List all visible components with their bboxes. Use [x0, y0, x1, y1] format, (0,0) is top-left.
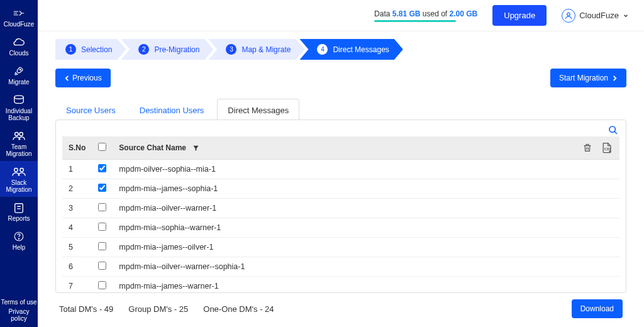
cell-checkbox [92, 257, 113, 277]
col-select-all [92, 136, 113, 160]
previous-label: Previous [72, 74, 102, 82]
row-checkbox[interactable] [98, 281, 106, 289]
row-checkbox[interactable] [98, 242, 106, 250]
cell-chat-name: mpdm-mia--james--warner-1 [113, 277, 619, 293]
user-icon [562, 9, 575, 23]
svg-point-9 [567, 13, 570, 16]
data-mid: used of [423, 9, 447, 18]
svg-point-1 [14, 96, 23, 99]
data-used: 5.81 GB [392, 9, 421, 18]
col-actions: CSV [575, 136, 619, 160]
download-button[interactable]: Download [572, 299, 623, 318]
svg-point-2 [15, 133, 18, 136]
col-chat-name: Source Chat Name [113, 136, 575, 160]
svg-rect-6 [15, 204, 23, 213]
stepper: 1 Selection 2 Pre-Migration 3 Map & Migr… [55, 39, 626, 60]
trash-icon[interactable] [582, 143, 592, 153]
sidebar-item-label: Help [1, 244, 36, 251]
step-number: 1 [65, 44, 76, 55]
table-row: 2mpdm-mia--james--sophia-1 [62, 179, 619, 199]
row-checkbox[interactable] [98, 223, 106, 231]
previous-button[interactable]: Previous [55, 69, 111, 87]
sidebar-item-label: Migrate [1, 79, 36, 86]
step-direct-messages[interactable]: 4 Direct Messages [299, 39, 402, 60]
row-checkbox[interactable] [98, 184, 106, 192]
cell-chat-name: mpdm-mia--oilver--warner-1 [113, 199, 619, 218]
cell-sno: 6 [62, 257, 92, 277]
cell-chat-name: mpdm-oilver--sophia--mia-1 [113, 160, 619, 179]
select-all-checkbox[interactable] [98, 143, 106, 151]
sidebar-item-individual-backup[interactable]: Individual Backup [0, 89, 38, 125]
svg-point-10 [609, 126, 615, 132]
chevron-right-icon [612, 75, 618, 82]
svg-point-5 [20, 169, 24, 172]
account-name: CloudFuze [579, 11, 619, 20]
sidebar-item-help[interactable]: Help [0, 226, 38, 255]
table-row: 4mpdm-mia--sophia--warner-1 [62, 218, 619, 238]
sidebar-item-label: Individual Backup [1, 108, 36, 121]
step-pre-migration[interactable]: 2 Pre-Migration [121, 39, 213, 60]
rocket-icon [12, 65, 26, 77]
cell-sno: 7 [62, 277, 92, 293]
sidebar-item-migrate[interactable]: Migrate [0, 60, 38, 89]
search-icon[interactable] [608, 125, 618, 135]
cloud-icon [12, 36, 26, 48]
start-migration-button[interactable]: Start Migration [550, 69, 626, 87]
chevron-down-icon [623, 13, 629, 19]
upgrade-button[interactable]: Upgrade [492, 5, 547, 26]
privacy-link[interactable]: Privacy policy [0, 307, 38, 323]
summary-total: Total DM's - 49 [59, 304, 113, 314]
tabs: Source Users Destination Users Direct Me… [55, 99, 626, 120]
table-row: 7mpdm-mia--james--warner-1 [62, 277, 619, 293]
team-icon [12, 130, 26, 141]
content: 1 Selection 2 Pre-Migration 3 Map & Migr… [38, 31, 644, 327]
cell-chat-name: mpdm-mia--james--sophia-1 [113, 179, 619, 199]
step-number: 3 [226, 44, 236, 55]
terms-link[interactable]: Terms of use [0, 297, 38, 307]
data-total: 2.00 GB [450, 9, 478, 18]
logo-icon [12, 8, 26, 19]
tab-direct-messages[interactable]: Direct Messages [217, 99, 299, 120]
sidebar-item-reports[interactable]: Reports [0, 197, 38, 226]
tab-destination-users[interactable]: Destination Users [129, 99, 215, 120]
sidebar-item-clouds[interactable]: Clouds [0, 31, 38, 60]
cell-chat-name: mpdm-mia--oilver--warner--sophia-1 [113, 257, 619, 277]
tab-source-users[interactable]: Source Users [55, 99, 126, 120]
cell-sno: 2 [62, 179, 92, 199]
account-menu[interactable]: CloudFuze [562, 9, 629, 23]
sidebar-item-slack-migration[interactable]: Slack Migration [0, 161, 38, 197]
summary-row: Total DM's - 49 Group DM's - 25 One-One … [55, 293, 626, 321]
cell-chat-name: mpdm-mia--james--oilver-1 [113, 238, 619, 257]
cell-chat-name: mpdm-mia--sophia--warner-1 [113, 218, 619, 238]
row-checkbox[interactable] [98, 262, 106, 270]
filter-icon[interactable] [192, 145, 199, 152]
sidebar-item-cloudfuze[interactable]: CloudFuze [0, 3, 38, 31]
data-label: Data [374, 9, 390, 18]
cell-checkbox [92, 238, 113, 257]
cell-checkbox [92, 160, 113, 179]
cell-checkbox [92, 199, 113, 218]
table-row: 3mpdm-mia--oilver--warner-1 [62, 199, 619, 218]
svg-point-4 [14, 169, 18, 172]
chevron-left-icon [64, 75, 70, 82]
svg-point-0 [19, 69, 21, 70]
cell-checkbox [92, 277, 113, 293]
col-sno: S.No [62, 136, 92, 160]
action-row: Previous Start Migration [55, 69, 626, 87]
row-checkbox[interactable] [98, 203, 106, 211]
backup-icon [12, 94, 26, 106]
step-number: 4 [317, 44, 328, 55]
svg-point-3 [19, 133, 23, 136]
cell-sno: 4 [62, 218, 92, 238]
row-checkbox[interactable] [98, 164, 106, 172]
cell-checkbox [92, 218, 113, 238]
step-map-migrate[interactable]: 3 Map & Migrate [208, 39, 304, 60]
sidebar-item-label: Clouds [1, 50, 36, 57]
dm-table: S.No Source Chat Name CS [62, 136, 619, 292]
csv-export-icon[interactable]: CSV [601, 141, 613, 154]
svg-point-8 [18, 238, 19, 239]
sidebar-item-team-migration[interactable]: Team Migration [0, 125, 38, 161]
slack-icon [12, 166, 26, 177]
step-selection[interactable]: 1 Selection [55, 39, 126, 60]
sidebar-item-label: Slack Migration [1, 179, 36, 193]
